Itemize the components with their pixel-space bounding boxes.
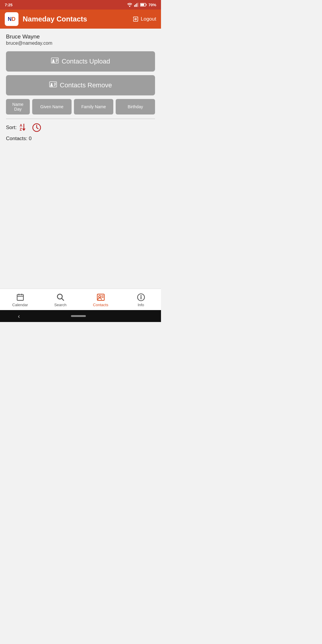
contacts-icon	[97, 293, 105, 301]
col-header-given-name[interactable]: Given Name	[32, 99, 72, 114]
svg-rect-4	[137, 3, 138, 7]
svg-rect-6	[140, 4, 144, 6]
svg-text:Z: Z	[20, 127, 22, 131]
app-bar: ND Nameday Contacts Logout	[0, 10, 161, 29]
divider	[6, 119, 155, 119]
app-logo: ND	[5, 12, 18, 26]
nav-calendar-label: Calendar	[12, 303, 28, 307]
col-header-birthday[interactable]: Birthday	[116, 99, 155, 114]
svg-point-14	[51, 83, 52, 85]
remove-card-icon	[49, 81, 57, 88]
info-icon	[137, 293, 145, 301]
home-pill[interactable]	[71, 315, 86, 317]
sort-label: Sort:	[6, 125, 17, 131]
nav-info[interactable]: Info	[121, 293, 161, 307]
column-headers: NameDay Given Name Family Name Birthday	[6, 99, 155, 114]
upload-label: Contacts Upload	[62, 58, 110, 65]
remove-icon	[49, 81, 57, 89]
upload-icon	[51, 57, 59, 66]
contacts-count: Contacts: 0	[6, 136, 155, 142]
nav-info-label: Info	[138, 303, 144, 307]
wifi-icon	[127, 3, 132, 7]
nav-contacts[interactable]: Contacts	[80, 293, 121, 307]
svg-rect-24	[17, 295, 23, 301]
logout-button[interactable]: Logout	[132, 16, 156, 22]
user-name: Bruce Wayne	[6, 33, 155, 40]
col-header-name-day[interactable]: NameDay	[6, 99, 30, 114]
nav-contacts-label: Contacts	[93, 303, 108, 307]
search-icon	[56, 293, 65, 301]
main-content: Bruce Wayne bruce@nameday.com Contacts U…	[0, 29, 161, 289]
sort-clock-button[interactable]	[32, 123, 41, 132]
remove-label: Contacts Remove	[60, 81, 112, 89]
svg-point-0	[129, 6, 130, 7]
az-sort-icon: A Z	[20, 123, 29, 131]
svg-text:A: A	[20, 123, 22, 128]
upload-card-icon	[51, 57, 59, 64]
battery-icon	[140, 3, 147, 7]
sort-az-button[interactable]: A Z	[20, 123, 29, 133]
logout-icon	[132, 16, 139, 22]
bottom-nav: Calendar Search Contacts Info	[0, 289, 161, 310]
contacts-remove-button[interactable]: Contacts Remove	[6, 75, 155, 95]
col-header-family-name[interactable]: Family Name	[74, 99, 113, 114]
calendar-icon	[16, 293, 24, 301]
user-email: bruce@nameday.com	[6, 41, 155, 46]
svg-point-31	[99, 295, 101, 298]
svg-line-23	[37, 128, 38, 129]
status-icons: 70%	[127, 3, 156, 7]
back-button[interactable]: ‹	[18, 313, 20, 320]
svg-point-36	[140, 295, 142, 296]
battery-level: 70%	[148, 3, 156, 7]
status-bar: 7:25 70%	[0, 0, 161, 10]
nav-search-label: Search	[54, 303, 66, 307]
signal-icon	[134, 3, 138, 7]
contacts-upload-button[interactable]: Contacts Upload	[6, 51, 155, 72]
svg-rect-7	[146, 4, 146, 6]
logout-label: Logout	[141, 16, 156, 22]
status-time: 7:25	[5, 3, 13, 7]
app-title: Nameday Contacts	[23, 15, 128, 23]
svg-rect-1	[134, 5, 135, 7]
svg-line-29	[62, 298, 64, 300]
system-nav-bar: ‹	[0, 310, 161, 322]
nav-search[interactable]: Search	[40, 293, 80, 307]
svg-rect-2	[135, 4, 136, 7]
sort-row: Sort: A Z	[6, 123, 155, 133]
nav-calendar[interactable]: Calendar	[0, 293, 40, 307]
svg-point-9	[52, 59, 54, 61]
svg-rect-3	[137, 3, 137, 7]
